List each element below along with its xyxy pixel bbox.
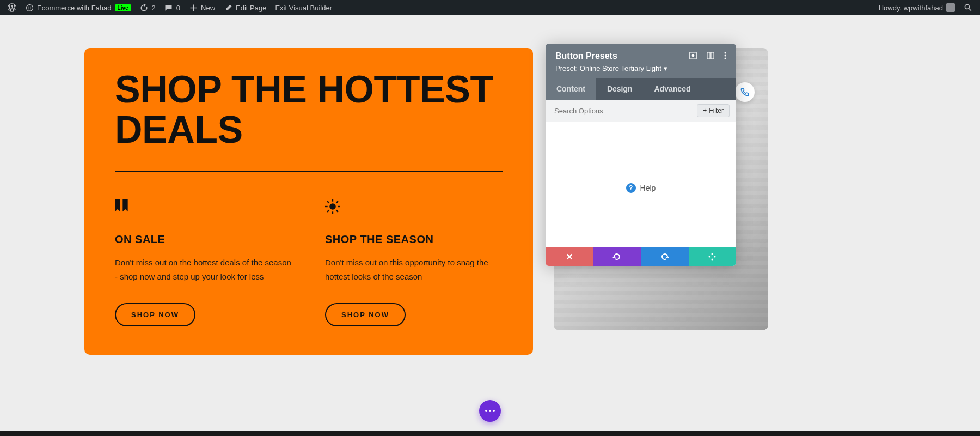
tab-advanced[interactable]: Advanced — [644, 78, 702, 100]
panel-tabs: Content Design Advanced — [546, 78, 736, 100]
svg-point-16 — [725, 57, 726, 59]
col-text: Don't miss out on this opportunity to sn… — [325, 256, 503, 283]
svg-line-7 — [336, 210, 338, 212]
wp-admin-bar: Ecommerce with Fahad Live 2 0 New Edit — [0, 0, 980, 15]
pencil-icon — [224, 3, 232, 12]
live-badge: Live — [115, 4, 131, 11]
new-label: New — [201, 4, 215, 12]
shop-now-button[interactable]: SHOP NOW — [115, 303, 195, 326]
update-icon — [140, 3, 149, 12]
wordpress-icon — [8, 3, 16, 12]
preset-selector[interactable]: Preset: Online Store Tertiary Light ▾ — [555, 64, 726, 72]
svg-point-20 — [712, 253, 713, 255]
svg-rect-13 — [711, 52, 714, 58]
svg-line-6 — [327, 201, 329, 203]
howdy-link[interactable]: Howdy, wpwithfahad — [874, 0, 959, 15]
avatar — [946, 3, 955, 12]
col-text: Don't miss out on the hottest deals of t… — [115, 256, 292, 283]
edit-page-label: Edit Page — [236, 4, 266, 12]
bookmark-icon — [115, 199, 292, 218]
exit-builder-label: Exit Visual Builder — [275, 4, 332, 12]
settings-panel: Button Presets Preset: Online Store Tert… — [546, 44, 736, 266]
tab-content[interactable]: Content — [546, 78, 596, 100]
preset-label: Preset: Online Store Tertiary Light — [555, 64, 661, 72]
site-name-link[interactable]: Ecommerce with Fahad Live — [21, 0, 136, 15]
plus-icon — [189, 3, 198, 12]
search-toggle[interactable] — [959, 0, 977, 15]
hero-columns: ON SALE Don't miss out on the hottest de… — [115, 199, 503, 326]
panel-search-row: + Filter — [546, 100, 736, 122]
help-label: Help — [640, 184, 656, 192]
svg-point-19 — [709, 256, 710, 258]
hero-title: SHOP THE HOTTEST DEALS — [115, 70, 503, 150]
redo-button[interactable] — [641, 247, 689, 266]
hero-col-on-sale: ON SALE Don't miss out on the hottest de… — [115, 199, 292, 326]
hero-card: SHOP THE HOTTEST DEALS ON SALE Don't mis… — [84, 48, 533, 355]
help-icon: ? — [626, 183, 636, 193]
svg-point-15 — [725, 55, 726, 56]
undo-button[interactable] — [593, 247, 641, 266]
hero-divider — [115, 171, 503, 172]
updates-link[interactable]: 2 — [136, 0, 160, 15]
filter-button[interactable]: + Filter — [697, 104, 730, 117]
footer-bar — [0, 431, 980, 436]
col-title: ON SALE — [115, 233, 292, 246]
panel-title: Button Presets — [555, 51, 617, 61]
svg-point-22 — [712, 259, 713, 261]
home-icon — [25, 3, 34, 12]
howdy-text: Howdy, wpwithfahad — [879, 4, 943, 12]
page-canvas: SHOP THE HOTTEST DEALS ON SALE Don't mis… — [0, 15, 980, 436]
phone-float-button[interactable] — [735, 82, 755, 102]
help-link[interactable]: ? Help — [626, 140, 656, 237]
panel-footer — [546, 247, 736, 266]
svg-point-1 — [329, 203, 336, 210]
canvas-inner: SHOP THE HOTTEST DEALS ON SALE Don't mis… — [0, 15, 980, 355]
tab-design[interactable]: Design — [596, 78, 644, 100]
shop-now-button[interactable]: SHOP NOW — [325, 303, 406, 326]
svg-point-21 — [714, 256, 716, 258]
panel-header[interactable]: Button Presets Preset: Online Store Tert… — [546, 44, 736, 78]
new-link[interactable]: New — [185, 0, 219, 15]
svg-point-14 — [725, 52, 726, 53]
panel-title-row: Button Presets — [555, 51, 726, 61]
comments-link[interactable]: 0 — [160, 0, 185, 15]
comments-count: 0 — [176, 4, 180, 12]
search-options-input[interactable] — [552, 105, 697, 117]
filter-label: Filter — [709, 107, 724, 114]
cancel-button[interactable] — [546, 247, 593, 266]
chevron-down-icon: ▾ — [664, 64, 667, 72]
site-name: Ecommerce with Fahad — [37, 4, 112, 12]
snap-icon[interactable] — [707, 52, 714, 61]
sun-icon — [325, 199, 503, 218]
col-title: SHOP THE SEASON — [325, 233, 503, 246]
dots-icon — [485, 410, 495, 412]
panel-body: ? Help — [546, 122, 736, 247]
admin-bar-left: Ecommerce with Fahad Live 2 0 New Edit — [3, 0, 336, 15]
more-icon[interactable] — [724, 52, 726, 61]
hero-col-season: SHOP THE SEASON Don't miss out on this o… — [325, 199, 503, 326]
search-icon — [964, 3, 972, 12]
svg-rect-12 — [707, 52, 710, 58]
plus-icon: + — [703, 107, 707, 114]
svg-line-8 — [327, 210, 329, 212]
expand-icon[interactable] — [689, 52, 697, 61]
divi-fab[interactable] — [479, 400, 501, 422]
save-button[interactable] — [689, 247, 737, 266]
svg-line-9 — [336, 201, 338, 203]
wp-logo[interactable] — [3, 0, 21, 15]
admin-bar-right: Howdy, wpwithfahad — [874, 0, 977, 15]
panel-header-icons — [689, 52, 726, 61]
exit-builder-link[interactable]: Exit Visual Builder — [271, 0, 336, 15]
svg-point-11 — [692, 55, 694, 57]
comment-icon — [164, 3, 173, 12]
updates-count: 2 — [152, 4, 156, 12]
edit-page-link[interactable]: Edit Page — [219, 0, 271, 15]
